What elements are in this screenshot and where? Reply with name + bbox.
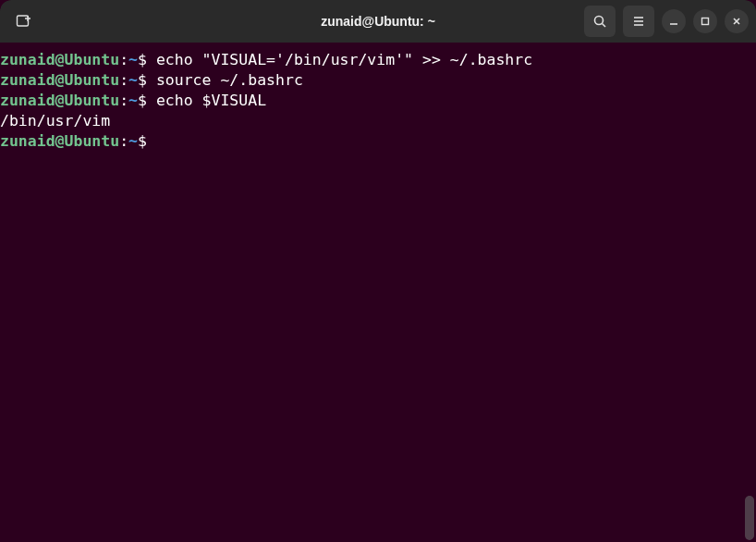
command-text: source ~/.bashrc [147,71,303,89]
titlebar: zunaid@Ubuntu: ~ [0,0,756,43]
search-button[interactable] [584,6,616,37]
prompt-path: ~ [128,92,138,109]
output-text: /bin/usr/vim [0,112,110,129]
terminal-line: zunaid@Ubuntu:~$ source ~/.bashrc [0,70,756,91]
prompt-symbol: $ [138,132,147,150]
svg-line-4 [603,24,606,28]
prompt-colon: : [119,51,128,68]
new-tab-button[interactable] [7,6,39,37]
terminal-line: zunaid@Ubuntu:~$ echo "VISUAL='/bin/usr/… [0,50,756,70]
hamburger-icon [631,14,646,29]
svg-point-3 [595,17,604,25]
terminal-line: zunaid@Ubuntu:~$ [0,131,756,152]
prompt-colon: : [119,132,128,150]
close-button[interactable] [725,9,749,33]
svg-rect-0 [18,16,29,26]
prompt-user-host: zunaid@Ubuntu [0,132,119,150]
terminal-body[interactable]: zunaid@Ubuntu:~$ echo "VISUAL='/bin/usr/… [0,43,756,542]
prompt-symbol: $ [138,51,147,68]
maximize-icon [700,16,711,27]
window-title: zunaid@Ubuntu: ~ [321,14,435,29]
svg-rect-9 [702,18,709,25]
prompt-path: ~ [128,132,138,150]
new-tab-icon [15,13,31,30]
menu-button[interactable] [623,6,654,37]
minimize-button[interactable] [662,9,686,33]
minimize-icon [668,16,679,27]
prompt-user-host: zunaid@Ubuntu [0,51,119,68]
search-icon [592,14,607,29]
prompt-path: ~ [128,51,138,68]
terminal-line: /bin/usr/vim [0,111,756,131]
command-text: echo "VISUAL='/bin/usr/vim'" >> ~/.bashr… [147,51,532,68]
close-icon [731,16,742,27]
command-text [147,132,156,150]
prompt-user-host: zunaid@Ubuntu [0,71,119,89]
prompt-user-host: zunaid@Ubuntu [0,92,119,109]
titlebar-right [584,6,749,37]
titlebar-left [7,6,39,37]
prompt-symbol: $ [138,92,147,109]
prompt-path: ~ [128,71,138,89]
scrollbar-thumb[interactable] [745,496,754,540]
prompt-colon: : [119,71,128,89]
prompt-symbol: $ [138,71,147,89]
command-text: echo $VISUAL [147,92,266,109]
terminal-line: zunaid@Ubuntu:~$ echo $VISUAL [0,91,756,111]
maximize-button[interactable] [693,9,717,33]
prompt-colon: : [119,92,128,109]
